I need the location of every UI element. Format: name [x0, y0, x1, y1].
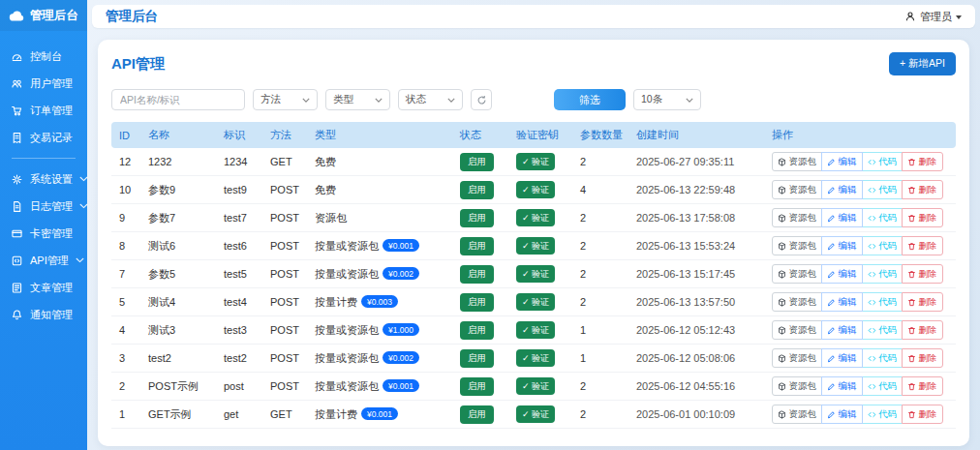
filter-button[interactable]: 筛选: [554, 89, 626, 110]
sidebar-item-articles[interactable]: 文章管理: [0, 274, 87, 301]
code-button[interactable]: 代码: [862, 405, 903, 424]
sidebar-item-dashboard[interactable]: 控制台: [0, 43, 87, 70]
delete-button[interactable]: 删除: [902, 405, 943, 424]
sidebar-item-cards[interactable]: 卡密管理: [0, 220, 87, 247]
cell-id: 4: [111, 316, 140, 345]
code-button[interactable]: 代码: [862, 376, 903, 396]
resource-package-button[interactable]: 资源包: [772, 180, 822, 199]
sidebar-item-settings[interactable]: 系统设置: [0, 165, 87, 193]
code-button[interactable]: 代码: [862, 292, 903, 312]
cell-status: 启用: [452, 204, 508, 232]
article-icon: [11, 282, 23, 294]
sidebar-item-logs[interactable]: 日志管理: [0, 193, 87, 220]
action-label: 编辑: [839, 324, 857, 337]
resource-package-button[interactable]: 资源包: [772, 236, 822, 255]
delete-button[interactable]: 删除: [902, 292, 943, 312]
delete-button[interactable]: 删除: [902, 152, 943, 171]
sidebar-item-transactions[interactable]: 交易记录: [0, 124, 87, 151]
delete-button[interactable]: 删除: [902, 320, 943, 340]
cell-slug: test5: [216, 260, 262, 288]
edit-button[interactable]: 编辑: [821, 348, 863, 368]
cell-slug: get: [216, 401, 262, 429]
action-label: 资源包: [789, 408, 817, 421]
delete-button[interactable]: 删除: [902, 180, 943, 199]
code-button[interactable]: 代码: [862, 320, 903, 340]
price-badge: ¥0.001: [361, 407, 398, 420]
action-label: 删除: [919, 156, 937, 168]
code-button[interactable]: 代码: [862, 236, 903, 255]
cell-slug: 1234: [216, 148, 262, 176]
type-select[interactable]: 类型: [325, 89, 390, 110]
action-label: 删除: [919, 408, 937, 421]
code-button[interactable]: 代码: [862, 264, 903, 284]
page-size-select[interactable]: 10条: [633, 89, 701, 110]
code-button[interactable]: 代码: [862, 180, 903, 199]
user-label: 管理员: [920, 10, 952, 24]
action-label: 编辑: [839, 156, 857, 168]
delete-button[interactable]: 删除: [902, 208, 943, 227]
cell-param-count: 2: [572, 288, 628, 316]
gear-icon: [11, 173, 23, 186]
edit-icon: [827, 158, 836, 166]
resource-package-button[interactable]: 资源包: [772, 264, 822, 284]
edit-button[interactable]: 编辑: [821, 320, 863, 340]
code-button[interactable]: 代码: [862, 348, 903, 368]
edit-button[interactable]: 编辑: [821, 264, 863, 284]
delete-button[interactable]: 删除: [902, 376, 943, 396]
resource-package-button[interactable]: 资源包: [772, 348, 822, 368]
edit-button[interactable]: 编辑: [821, 208, 863, 227]
cell-id: 10: [111, 176, 140, 204]
price-badge: ¥0.001: [383, 239, 419, 252]
delete-button[interactable]: 删除: [902, 264, 943, 284]
edit-button[interactable]: 编辑: [821, 376, 863, 396]
chevron-down-icon: [302, 98, 310, 103]
sidebar-item-notifications[interactable]: 通知管理: [0, 301, 87, 328]
resource-package-button[interactable]: 资源包: [772, 292, 822, 312]
delete-button[interactable]: 删除: [902, 348, 943, 368]
cell-status: 启用: [452, 345, 508, 373]
action-label: 编辑: [839, 184, 857, 196]
edit-button[interactable]: 编辑: [821, 180, 863, 199]
refresh-icon: [476, 95, 487, 105]
search-input[interactable]: [111, 89, 245, 110]
resource-package-icon: [778, 270, 786, 279]
table-row: 9参数7test7POST资源包启用✓ 验证22025-06-13 17:58:…: [111, 204, 956, 232]
card-icon: [11, 227, 23, 240]
cell-name: 1232: [140, 148, 216, 176]
edit-button[interactable]: 编辑: [821, 236, 863, 255]
resource-package-button[interactable]: 资源包: [772, 320, 822, 340]
reset-button[interactable]: [471, 89, 492, 110]
code-button[interactable]: 代码: [862, 152, 903, 171]
method-select[interactable]: 方法: [253, 89, 318, 110]
cell-method: GET: [262, 148, 307, 176]
user-menu[interactable]: 管理员: [904, 10, 962, 24]
resource-package-button[interactable]: 资源包: [772, 152, 822, 171]
sidebar-item-orders[interactable]: 订单管理: [0, 97, 87, 124]
cell-type: 免费: [307, 148, 452, 176]
code-icon: [868, 382, 876, 391]
code-button[interactable]: 代码: [862, 208, 903, 227]
table-row: 5测试4test4POST按量计费¥0.003启用✓ 验证22025-06-13…: [111, 288, 956, 316]
delete-icon: [907, 326, 916, 335]
verify-badge: ✓ 验证: [516, 293, 555, 311]
resource-package-button[interactable]: 资源包: [772, 376, 822, 396]
resource-package-button[interactable]: 资源包: [772, 208, 822, 227]
edit-button[interactable]: 编辑: [821, 292, 863, 312]
sidebar-menu: 控制台用户管理订单管理交易记录系统设置日志管理卡密管理API管理文章管理通知管理: [0, 31, 87, 328]
delete-button[interactable]: 删除: [902, 236, 943, 255]
page-title: API管理: [111, 55, 165, 74]
status-select[interactable]: 状态: [398, 89, 463, 110]
edit-button[interactable]: 编辑: [821, 152, 863, 171]
cell-created: 2025-06-13 13:57:50: [628, 288, 764, 316]
sidebar-item-api[interactable]: API管理: [0, 247, 87, 274]
sidebar-item-label: API管理: [30, 254, 69, 268]
resource-package-button[interactable]: 资源包: [772, 405, 822, 424]
column-header: 名称: [140, 122, 216, 148]
sidebar-item-users[interactable]: 用户管理: [0, 70, 87, 97]
action-label: 删除: [919, 184, 937, 196]
column-header: 方法: [262, 122, 307, 148]
edit-button[interactable]: 编辑: [821, 405, 863, 424]
action-label: 资源包: [789, 184, 817, 196]
action-button-group: 资源包编辑代码删除: [772, 292, 943, 312]
add-api-button[interactable]: + 新增API: [889, 52, 956, 75]
